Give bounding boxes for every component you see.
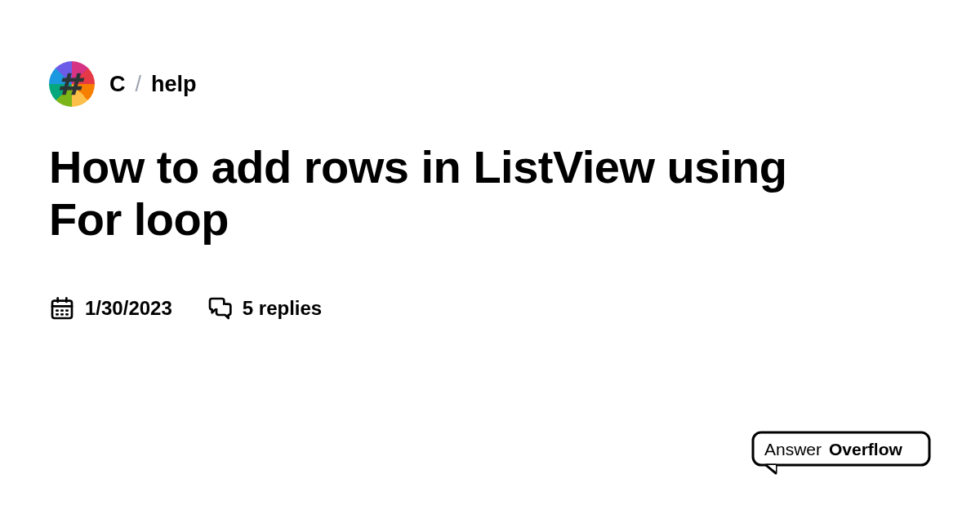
breadcrumb: C / help	[49, 61, 931, 107]
page-title: How to add rows in ListView using For lo…	[49, 141, 866, 246]
svg-text:Overflow: Overflow	[829, 440, 903, 459]
svg-rect-4	[52, 300, 72, 317]
breadcrumb-category: C	[109, 72, 126, 97]
replies-text: 5 replies	[243, 297, 322, 320]
replies-icon	[207, 295, 233, 321]
meta-date: 1/30/2023	[49, 295, 172, 321]
csharp-icon	[56, 69, 87, 100]
logo-icon: Answer Overflow	[751, 431, 931, 475]
svg-rect-3	[71, 73, 81, 95]
breadcrumb-channel: help	[151, 72, 197, 97]
svg-rect-1	[60, 86, 82, 91]
date-text: 1/30/2023	[85, 297, 172, 320]
meta-replies: 5 replies	[207, 295, 322, 321]
breadcrumb-text: C / help	[109, 72, 197, 97]
calendar-icon	[49, 295, 75, 321]
svg-text:Answer: Answer	[764, 440, 822, 459]
answeroverflow-logo: Answer Overflow	[751, 431, 931, 475]
svg-rect-0	[61, 78, 84, 82]
svg-rect-2	[62, 73, 72, 95]
server-avatar	[49, 61, 95, 107]
meta-row: 1/30/2023 5 replies	[49, 295, 931, 321]
breadcrumb-separator: /	[136, 72, 142, 97]
